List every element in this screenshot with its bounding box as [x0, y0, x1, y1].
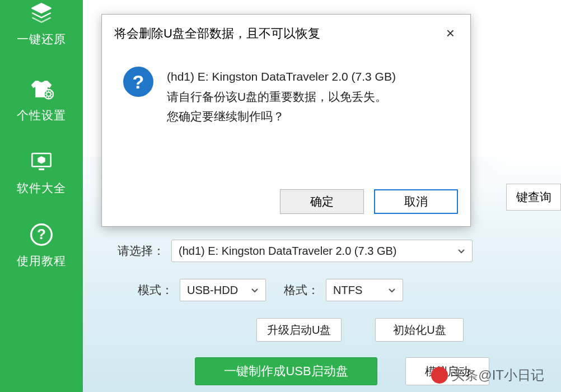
svg-text:?: ?	[37, 226, 46, 242]
watermark: 头条@IT小日记	[431, 366, 544, 384]
sidebar-item-restore[interactable]: 一键还原	[0, 0, 83, 60]
sidebar-item-label: 一键还原	[17, 31, 66, 47]
svg-line-8	[46, 96, 46, 96]
close-icon[interactable]: ×	[443, 25, 458, 42]
create-usb-label: 一键制作成USB启动盘	[224, 363, 348, 380]
sidebar: 一键还原 个性设置 软件大全 ? 使用教程	[0, 0, 83, 392]
dialog-line2: 请自行备份该U盘的重要数据，以免丢失。	[167, 87, 396, 107]
sidebar-item-software[interactable]: 软件大全	[0, 133, 83, 206]
confirm-dialog: 将会删除U盘全部数据，且不可以恢复 × ? (hd1) E: Kingston …	[101, 14, 471, 227]
ok-button[interactable]: 确定	[280, 189, 364, 214]
tshirt-gear-icon	[26, 76, 57, 102]
question-icon: ?	[123, 67, 153, 97]
svg-line-9	[50, 92, 51, 92]
action-row-1: 升级启动U盘 初始化U盘	[256, 318, 464, 342]
select-drive-row: 请选择： (hd1) E: Kingston DataTraveler 2.0 …	[118, 240, 473, 262]
chevron-down-icon	[241, 284, 259, 297]
format-label: 格式：	[284, 282, 319, 298]
mode-select-value: USB-HDD	[187, 284, 238, 297]
dialog-footer: 确定 取消	[280, 189, 458, 214]
sidebar-item-label: 使用教程	[17, 253, 66, 269]
select-label: 请选择：	[118, 243, 165, 259]
ok-label: 确定	[310, 194, 334, 209]
dialog-line1: (hd1) E: Kingston DataTraveler 2.0 (7.3 …	[167, 67, 396, 87]
chevron-down-icon	[378, 284, 396, 297]
format-select[interactable]: NTFS	[326, 279, 403, 301]
dialog-title-text: 将会删除U盘全部数据，且不可以恢复	[114, 25, 320, 42]
svg-rect-11	[39, 169, 44, 170]
drive-select[interactable]: (hd1) E: Kingston DataTraveler 2.0 (7.3 …	[171, 240, 473, 262]
monitor-cube-icon	[26, 149, 57, 175]
init-usb-label: 初始化U盘	[393, 323, 446, 338]
key-query-label: 键查询	[516, 189, 551, 205]
sidebar-item-label: 个性设置	[17, 108, 66, 123]
cancel-button[interactable]: 取消	[374, 189, 458, 214]
mode-format-row: 模式： USB-HDD 格式： NTFS	[138, 279, 403, 301]
dialog-titlebar: 将会删除U盘全部数据，且不可以恢复 ×	[102, 15, 470, 46]
svg-line-7	[50, 96, 51, 96]
dialog-message: (hd1) E: Kingston DataTraveler 2.0 (7.3 …	[167, 67, 396, 127]
create-usb-button[interactable]: 一键制作成USB启动盘	[195, 357, 377, 385]
format-select-value: NTFS	[333, 284, 362, 297]
dialog-body: ? (hd1) E: Kingston DataTraveler 2.0 (7.…	[102, 46, 470, 127]
watermark-logo-icon	[431, 367, 448, 384]
init-usb-button[interactable]: 初始化U盘	[375, 318, 464, 342]
svg-line-6	[46, 92, 46, 92]
drive-select-value: (hd1) E: Kingston DataTraveler 2.0 (7.3 …	[179, 245, 396, 258]
sidebar-item-tutorial[interactable]: ? 使用教程	[0, 206, 83, 279]
mode-select[interactable]: USB-HDD	[180, 279, 266, 301]
key-query-button[interactable]: 键查询	[506, 184, 561, 211]
cancel-label: 取消	[404, 194, 428, 209]
dialog-line3: 您确定要继续制作吗？	[167, 106, 396, 127]
help-circle-icon: ?	[26, 222, 57, 248]
upgrade-usb-label: 升级启动U盘	[267, 323, 331, 338]
sidebar-item-settings[interactable]: 个性设置	[0, 60, 83, 133]
layers-icon	[26, 0, 57, 26]
chevron-down-icon	[447, 245, 465, 258]
upgrade-usb-button[interactable]: 升级启动U盘	[256, 318, 342, 342]
mode-label: 模式：	[138, 282, 173, 298]
watermark-text: 头条@IT小日记	[451, 366, 544, 384]
sidebar-item-label: 软件大全	[17, 180, 66, 196]
